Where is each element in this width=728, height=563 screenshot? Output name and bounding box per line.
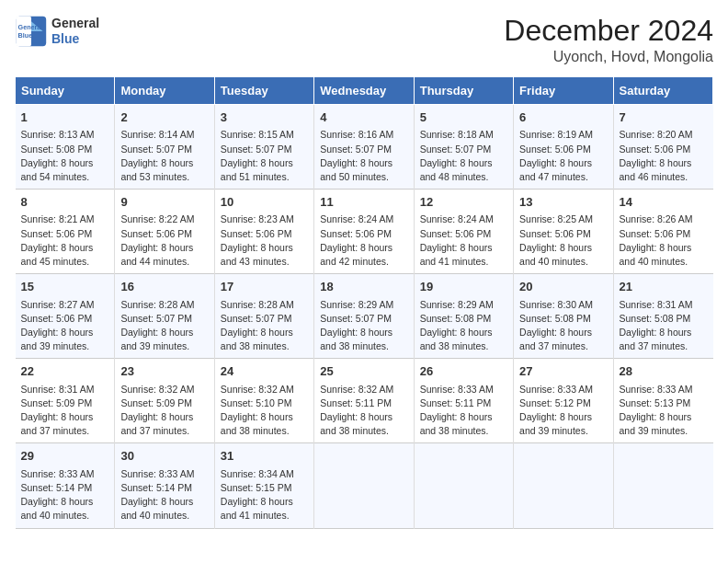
day-info: Sunrise: 8:30 AM Sunset: 5:08 PM Dayligh… <box>519 298 607 354</box>
day-number: 10 <box>221 194 308 211</box>
week-row-5: 29 Sunrise: 8:33 AM Sunset: 5:14 PM Dayl… <box>16 443 713 528</box>
month-year-title: December 2024 <box>504 15 713 47</box>
day-cell: 27 Sunrise: 8:33 AM Sunset: 5:12 PM Dayl… <box>514 359 613 443</box>
day-number: 12 <box>420 194 507 211</box>
day-number: 27 <box>519 363 607 380</box>
logo-text-blue: Blue <box>51 31 99 47</box>
day-info: Sunrise: 8:21 AM Sunset: 5:06 PM Dayligh… <box>21 213 109 269</box>
day-header-monday: Monday <box>115 77 214 105</box>
svg-marker-2 <box>31 31 43 43</box>
day-number: 28 <box>620 363 708 380</box>
day-info: Sunrise: 8:18 AM Sunset: 5:07 PM Dayligh… <box>420 128 507 184</box>
day-info: Sunrise: 8:29 AM Sunset: 5:07 PM Dayligh… <box>320 298 407 354</box>
day-number: 18 <box>320 279 407 295</box>
day-number: 17 <box>221 279 308 295</box>
day-info: Sunrise: 8:25 AM Sunset: 5:06 PM Dayligh… <box>519 213 607 269</box>
day-info: Sunrise: 8:24 AM Sunset: 5:06 PM Dayligh… <box>320 213 407 269</box>
day-number: 31 <box>221 448 308 465</box>
day-number: 1 <box>21 109 109 126</box>
day-number: 23 <box>120 363 208 380</box>
logo-icon: General Blue <box>15 15 48 48</box>
day-cell: 1 Sunrise: 8:13 AM Sunset: 5:08 PM Dayli… <box>16 105 115 190</box>
day-number: 6 <box>519 109 607 126</box>
day-cell: 29 Sunrise: 8:33 AM Sunset: 5:14 PM Dayl… <box>16 443 115 528</box>
day-info: Sunrise: 8:15 AM Sunset: 5:07 PM Dayligh… <box>221 128 308 184</box>
day-number: 20 <box>519 279 607 295</box>
week-row-2: 8 Sunrise: 8:21 AM Sunset: 5:06 PM Dayli… <box>16 190 713 274</box>
calendar-header: SundayMondayTuesdayWednesdayThursdayFrid… <box>16 77 713 105</box>
day-number: 2 <box>120 109 208 126</box>
day-info: Sunrise: 8:20 AM Sunset: 5:06 PM Dayligh… <box>620 128 708 184</box>
day-cell: 10 Sunrise: 8:23 AM Sunset: 5:06 PM Dayl… <box>214 190 313 274</box>
day-cell <box>314 443 414 528</box>
day-info: Sunrise: 8:31 AM Sunset: 5:08 PM Dayligh… <box>620 298 708 354</box>
day-number: 9 <box>120 194 208 211</box>
week-row-1: 1 Sunrise: 8:13 AM Sunset: 5:08 PM Dayli… <box>16 105 713 190</box>
day-cell: 8 Sunrise: 8:21 AM Sunset: 5:06 PM Dayli… <box>16 190 115 274</box>
day-cell: 11 Sunrise: 8:24 AM Sunset: 5:06 PM Dayl… <box>314 190 414 274</box>
day-cell: 22 Sunrise: 8:31 AM Sunset: 5:09 PM Dayl… <box>16 359 115 443</box>
day-number: 4 <box>320 109 407 126</box>
day-cell: 16 Sunrise: 8:28 AM Sunset: 5:07 PM Dayl… <box>115 274 214 359</box>
day-header-tuesday: Tuesday <box>214 77 313 105</box>
day-info: Sunrise: 8:28 AM Sunset: 5:07 PM Dayligh… <box>120 298 208 354</box>
day-info: Sunrise: 8:29 AM Sunset: 5:08 PM Dayligh… <box>420 298 507 354</box>
logo: General Blue General Blue <box>15 15 99 48</box>
day-info: Sunrise: 8:24 AM Sunset: 5:06 PM Dayligh… <box>420 213 507 269</box>
day-cell <box>613 443 712 528</box>
day-number: 19 <box>420 279 507 295</box>
day-cell: 28 Sunrise: 8:33 AM Sunset: 5:13 PM Dayl… <box>613 359 712 443</box>
day-info: Sunrise: 8:32 AM Sunset: 5:09 PM Dayligh… <box>120 383 208 439</box>
day-info: Sunrise: 8:16 AM Sunset: 5:07 PM Dayligh… <box>320 128 407 184</box>
day-number: 13 <box>519 194 607 211</box>
day-cell: 3 Sunrise: 8:15 AM Sunset: 5:07 PM Dayli… <box>214 105 313 190</box>
day-number: 7 <box>620 109 708 126</box>
day-info: Sunrise: 8:23 AM Sunset: 5:06 PM Dayligh… <box>221 213 308 269</box>
day-cell: 2 Sunrise: 8:14 AM Sunset: 5:07 PM Dayli… <box>115 105 214 190</box>
day-cell: 17 Sunrise: 8:28 AM Sunset: 5:07 PM Dayl… <box>214 274 313 359</box>
day-cell: 19 Sunrise: 8:29 AM Sunset: 5:08 PM Dayl… <box>414 274 513 359</box>
location-subtitle: Uyonch, Hovd, Mongolia <box>504 49 713 65</box>
day-cell: 26 Sunrise: 8:33 AM Sunset: 5:11 PM Dayl… <box>414 359 513 443</box>
day-header-saturday: Saturday <box>613 77 712 105</box>
week-row-4: 22 Sunrise: 8:31 AM Sunset: 5:09 PM Dayl… <box>16 359 713 443</box>
day-cell: 20 Sunrise: 8:30 AM Sunset: 5:08 PM Dayl… <box>514 274 613 359</box>
day-cell: 25 Sunrise: 8:32 AM Sunset: 5:11 PM Dayl… <box>314 359 414 443</box>
day-cell: 24 Sunrise: 8:32 AM Sunset: 5:10 PM Dayl… <box>214 359 313 443</box>
day-info: Sunrise: 8:33 AM Sunset: 5:14 PM Dayligh… <box>21 467 109 523</box>
day-info: Sunrise: 8:34 AM Sunset: 5:15 PM Dayligh… <box>221 467 308 523</box>
day-cell <box>414 443 513 528</box>
day-number: 29 <box>21 448 109 465</box>
day-info: Sunrise: 8:33 AM Sunset: 5:13 PM Dayligh… <box>620 383 708 439</box>
day-cell: 12 Sunrise: 8:24 AM Sunset: 5:06 PM Dayl… <box>414 190 513 274</box>
day-info: Sunrise: 8:32 AM Sunset: 5:11 PM Dayligh… <box>320 383 407 439</box>
day-number: 11 <box>320 194 407 211</box>
day-header-wednesday: Wednesday <box>314 77 414 105</box>
day-cell: 14 Sunrise: 8:26 AM Sunset: 5:06 PM Dayl… <box>613 190 712 274</box>
day-number: 3 <box>221 109 308 126</box>
day-cell: 6 Sunrise: 8:19 AM Sunset: 5:06 PM Dayli… <box>514 105 613 190</box>
calendar-body: 1 Sunrise: 8:13 AM Sunset: 5:08 PM Dayli… <box>16 105 713 528</box>
day-cell: 13 Sunrise: 8:25 AM Sunset: 5:06 PM Dayl… <box>514 190 613 274</box>
day-info: Sunrise: 8:19 AM Sunset: 5:06 PM Dayligh… <box>519 128 607 184</box>
day-number: 14 <box>620 194 708 211</box>
header-row: SundayMondayTuesdayWednesdayThursdayFrid… <box>16 77 713 105</box>
day-cell: 21 Sunrise: 8:31 AM Sunset: 5:08 PM Dayl… <box>613 274 712 359</box>
week-row-3: 15 Sunrise: 8:27 AM Sunset: 5:06 PM Dayl… <box>16 274 713 359</box>
day-cell: 9 Sunrise: 8:22 AM Sunset: 5:06 PM Dayli… <box>115 190 214 274</box>
day-number: 8 <box>21 194 109 211</box>
day-info: Sunrise: 8:27 AM Sunset: 5:06 PM Dayligh… <box>21 298 109 354</box>
day-info: Sunrise: 8:14 AM Sunset: 5:07 PM Dayligh… <box>120 128 208 184</box>
day-cell: 5 Sunrise: 8:18 AM Sunset: 5:07 PM Dayli… <box>414 105 513 190</box>
day-header-sunday: Sunday <box>16 77 115 105</box>
day-info: Sunrise: 8:33 AM Sunset: 5:11 PM Dayligh… <box>420 383 507 439</box>
day-number: 16 <box>120 279 208 295</box>
day-info: Sunrise: 8:26 AM Sunset: 5:06 PM Dayligh… <box>620 213 708 269</box>
svg-text:General: General <box>18 23 43 31</box>
day-cell: 23 Sunrise: 8:32 AM Sunset: 5:09 PM Dayl… <box>115 359 214 443</box>
day-info: Sunrise: 8:31 AM Sunset: 5:09 PM Dayligh… <box>21 383 109 439</box>
day-info: Sunrise: 8:33 AM Sunset: 5:12 PM Dayligh… <box>519 383 607 439</box>
day-cell: 4 Sunrise: 8:16 AM Sunset: 5:07 PM Dayli… <box>314 105 414 190</box>
calendar-table: SundayMondayTuesdayWednesdayThursdayFrid… <box>15 76 713 528</box>
day-info: Sunrise: 8:22 AM Sunset: 5:06 PM Dayligh… <box>120 213 208 269</box>
